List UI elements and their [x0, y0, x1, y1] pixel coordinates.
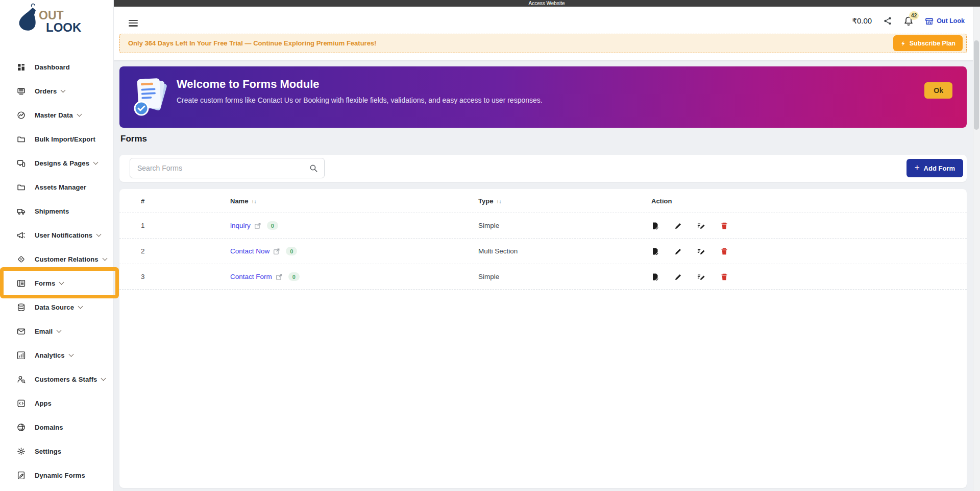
sidebar-item-label: Assets Manager	[35, 183, 86, 191]
wallet-balance[interactable]: ₹0.00	[852, 16, 872, 26]
chevron-down-icon	[96, 232, 102, 237]
external-link-icon[interactable]	[273, 248, 280, 255]
store-button[interactable]: Out Look	[925, 17, 965, 26]
pencil-lines-icon[interactable]	[697, 247, 705, 255]
sidebar-item-dashboard[interactable]: Dashboard	[0, 55, 113, 79]
add-form-button[interactable]: + Add Form	[906, 159, 963, 177]
sidebar-item-orders[interactable]: Orders	[0, 79, 113, 103]
trial-banner: Only 364 Days Left In Your Free Trial — …	[119, 34, 967, 53]
subscribe-plan-button[interactable]: Subscribe Plan	[893, 35, 963, 51]
sort-icon[interactable]: ↑↓	[496, 199, 501, 204]
sidebar-item-email[interactable]: Email	[0, 319, 113, 343]
sidebar-item-label: Orders	[35, 87, 57, 95]
trash-icon[interactable]	[720, 247, 728, 255]
analytics-icon	[17, 351, 26, 360]
pencil-icon[interactable]	[674, 273, 682, 281]
chevron-down-icon	[78, 304, 83, 309]
table-row: 3 Contact Form 0 Simple	[119, 264, 967, 290]
master-data-icon	[17, 111, 26, 120]
trash-icon[interactable]	[720, 273, 728, 281]
sidebar-item-label: Email	[35, 328, 53, 335]
sort-icon[interactable]: ↑↓	[251, 199, 256, 204]
notifications-button[interactable]: 42	[903, 16, 914, 26]
sidebar-item-analytics[interactable]: Analytics	[0, 343, 113, 367]
lightning-icon	[900, 40, 906, 47]
row-actions	[651, 222, 967, 230]
access-website-bar[interactable]: Access Website	[113, 0, 980, 7]
welcome-description: Create custom forms like Contact Us or B…	[177, 96, 543, 104]
share-icon[interactable]	[883, 16, 892, 26]
storefront-icon	[925, 17, 934, 26]
page-title: Forms	[120, 134, 147, 144]
column-header-type[interactable]: Type↑↓	[478, 197, 651, 205]
brand-word-look: LOOK	[46, 20, 82, 34]
designs-pages-icon	[17, 159, 26, 168]
sidebar-item-master-data[interactable]: Master Data	[0, 103, 113, 127]
pencil-lines-icon[interactable]	[697, 273, 705, 281]
sidebar-item-data-source[interactable]: Data Source	[0, 295, 113, 319]
welcome-banner: Welcome to Forms Module Create custom fo…	[119, 66, 967, 128]
sidebar-item-user-notifications[interactable]: User Notifications	[0, 223, 113, 247]
row-index: 3	[141, 273, 230, 280]
gear-icon	[17, 447, 26, 456]
sidebar-item-label: Shipments	[35, 207, 69, 215]
megaphone-icon	[17, 231, 26, 240]
form-name-link[interactable]: Contact Now	[230, 247, 270, 255]
column-header-name[interactable]: Name↑↓	[230, 197, 478, 205]
sidebar-item-customer-relations[interactable]: Customer Relations	[0, 247, 113, 271]
menu-icon[interactable]	[129, 20, 138, 27]
form-name-link[interactable]: Contact Form	[230, 273, 272, 280]
sidebar-item-label: Settings	[35, 448, 61, 455]
pencil-icon[interactable]	[674, 247, 682, 255]
chevron-down-icon	[68, 352, 74, 357]
sidebar-item-label: Customer Relations	[35, 255, 99, 263]
search-input[interactable]	[130, 158, 324, 178]
scrollbar[interactable]	[973, 7, 980, 491]
pencil-icon[interactable]	[674, 222, 682, 230]
search-icon[interactable]	[309, 164, 318, 173]
trial-message: Only 364 Days Left In Your Free Trial — …	[128, 34, 376, 52]
row-actions	[651, 247, 967, 255]
table-row: 2 Contact Now 0 Multi Section	[119, 239, 967, 264]
form-name-link[interactable]: inquiry	[230, 222, 251, 229]
sidebar-item-assets-manager[interactable]: Assets Manager	[0, 175, 113, 199]
document-edit-icon[interactable]	[651, 222, 659, 230]
sidebar-item-designs-pages[interactable]: Designs & Pages	[0, 151, 113, 175]
globe-icon	[17, 423, 26, 432]
ok-button[interactable]: Ok	[924, 82, 952, 99]
subscribe-plan-label: Subscribe Plan	[910, 40, 955, 47]
column-header-index[interactable]: #	[141, 197, 230, 205]
document-edit-icon[interactable]	[651, 247, 659, 255]
handshake-icon	[17, 255, 26, 264]
pencil-lines-icon[interactable]	[697, 222, 705, 230]
orders-icon	[17, 87, 26, 96]
document-edit-icon[interactable]	[651, 273, 659, 281]
external-link-icon[interactable]	[254, 222, 261, 229]
sidebar-item-label: User Notifications	[35, 231, 92, 239]
brand-logo[interactable]: OUT LOOK	[12, 3, 94, 39]
email-icon	[17, 327, 26, 336]
sidebar-item-forms[interactable]: Forms	[0, 271, 113, 295]
chevron-down-icon	[57, 328, 62, 333]
sidebar-item-bulk-import-export[interactable]: Bulk Import/Export	[0, 127, 113, 151]
sidebar-item-apps[interactable]: Apps	[0, 391, 113, 415]
plus-icon: +	[915, 162, 920, 173]
forms-module-page: OUT LOOK Dashboard Orders Master Data Bu…	[0, 0, 980, 491]
column-header-action: Action	[651, 197, 967, 205]
sidebar-item-label: Designs & Pages	[35, 159, 89, 167]
sidebar-item-dynamic-forms[interactable]: Dynamic Forms	[0, 463, 113, 487]
row-actions	[651, 273, 967, 281]
row-index: 1	[141, 222, 230, 229]
sidebar-nav: Dashboard Orders Master Data Bulk Import…	[0, 55, 113, 487]
trash-icon[interactable]	[720, 222, 728, 230]
sidebar-item-label: Forms	[35, 279, 55, 287]
sidebar-item-settings[interactable]: Settings	[0, 439, 113, 463]
form-type: Simple	[478, 273, 651, 280]
sidebar-item-domains[interactable]: Domains	[0, 415, 113, 439]
sidebar-item-shipments[interactable]: Shipments	[0, 199, 113, 223]
sidebar-item-customers-staffs[interactable]: Customers & Staffs	[0, 367, 113, 391]
database-icon	[17, 303, 26, 312]
external-link-icon[interactable]	[276, 273, 283, 280]
scrollbar-thumb[interactable]	[974, 40, 979, 130]
chevron-down-icon	[93, 160, 99, 165]
